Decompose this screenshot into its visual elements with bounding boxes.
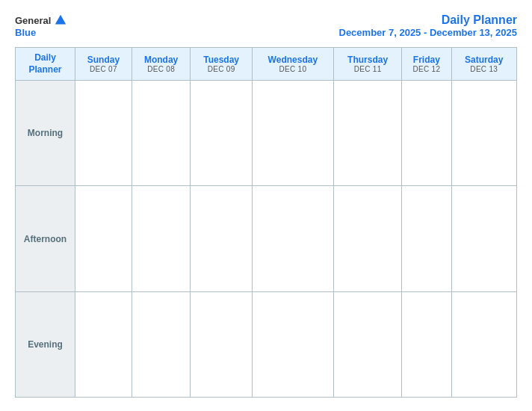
col-header-friday: FridayDec 12 [402, 48, 451, 81]
cell-evening-sunday[interactable] [75, 291, 132, 397]
row-label-morning: Morning [16, 81, 75, 186]
col-header-saturday: SaturdayDec 13 [451, 48, 516, 81]
logo-general-text: General [15, 15, 51, 26]
cell-evening-thursday[interactable] [333, 291, 401, 397]
cell-morning-friday[interactable] [402, 81, 451, 186]
col-header-wednesday: WednesdayDec 10 [252, 48, 333, 81]
cell-evening-wednesday[interactable] [252, 291, 333, 397]
logo-text: General [15, 13, 67, 27]
cell-evening-tuesday[interactable] [191, 291, 252, 397]
cell-evening-friday[interactable] [402, 291, 451, 397]
logo-blue-text: Blue [15, 27, 36, 38]
cell-morning-monday[interactable] [132, 81, 191, 186]
col-header-label: Daily Planner [16, 48, 75, 81]
cell-afternoon-wednesday[interactable] [252, 186, 333, 291]
cell-evening-saturday[interactable] [451, 291, 516, 397]
cell-afternoon-sunday[interactable] [75, 186, 132, 291]
col-header-tuesday: TuesdayDec 09 [191, 48, 252, 81]
svg-marker-0 [55, 15, 66, 25]
title-area: Daily Planner December 7, 2025 - Decembe… [339, 13, 518, 38]
cell-morning-thursday[interactable] [333, 81, 401, 186]
cell-afternoon-friday[interactable] [402, 186, 451, 291]
table-row: Afternoon [16, 186, 517, 291]
cell-morning-wednesday[interactable] [252, 81, 333, 186]
cell-afternoon-monday[interactable] [132, 186, 191, 291]
col-header-monday: MondayDec 08 [132, 48, 191, 81]
col-header-thursday: ThursdayDec 11 [333, 48, 401, 81]
main-title: Daily Planner [339, 13, 518, 27]
cell-afternoon-tuesday[interactable] [191, 186, 252, 291]
cell-evening-monday[interactable] [132, 291, 191, 397]
cell-afternoon-saturday[interactable] [451, 186, 516, 291]
table-header-row: Daily Planner SundayDec 07MondayDec 08Tu… [16, 48, 517, 81]
row-label-evening: Evening [16, 291, 75, 397]
date-range: December 7, 2025 - December 13, 2025 [339, 27, 518, 38]
logo-area: General Blue [15, 13, 67, 38]
cell-afternoon-thursday[interactable] [333, 186, 401, 291]
cell-morning-sunday[interactable] [75, 81, 132, 186]
row-label-afternoon: Afternoon [16, 186, 75, 291]
planner-table: Daily Planner SundayDec 07MondayDec 08Tu… [15, 47, 517, 398]
table-row: Evening [16, 291, 517, 397]
cell-morning-saturday[interactable] [451, 81, 516, 186]
table-row: Morning [16, 81, 517, 186]
cell-morning-tuesday[interactable] [191, 81, 252, 186]
header: General Blue Daily Planner December 7, 2… [15, 13, 517, 38]
logo-icon [54, 13, 67, 27]
col-header-sunday: SundayDec 07 [75, 48, 132, 81]
